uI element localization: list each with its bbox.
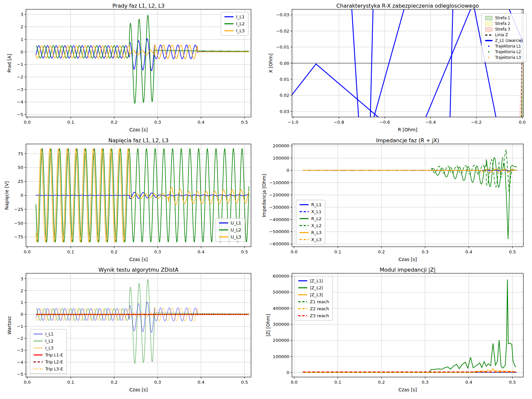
svg-text:0.1: 0.1 xyxy=(334,249,341,254)
legend-item: R_L2 xyxy=(300,216,322,221)
legend-item: I_L2 xyxy=(224,21,245,26)
line-swatch xyxy=(224,30,233,31)
svg-text:2: 2 xyxy=(21,288,23,293)
svg-text:0.0: 0.0 xyxy=(24,380,31,385)
line-swatch xyxy=(34,368,43,369)
svg-text:−3: −3 xyxy=(17,87,23,92)
svg-text:25: 25 xyxy=(18,179,23,184)
legend-label: U_L3 xyxy=(231,234,241,239)
legend-label: I_L1 xyxy=(45,332,54,336)
plot-title-charakterystyka: Charakterystyka R-X zabezpieczenia odleg… xyxy=(292,3,523,9)
legend-label: Strefa 2 xyxy=(495,21,510,26)
line-swatch xyxy=(300,218,309,219)
line-swatch xyxy=(298,280,307,281)
svg-text:0.1: 0.1 xyxy=(67,380,74,385)
svg-text:0.2: 0.2 xyxy=(378,249,385,254)
legend-wynik-testu: I_L1I_L2I_L3Trip L1-ETrip L2-ETrip L3-E xyxy=(30,329,67,374)
svg-text:−4: −4 xyxy=(17,360,23,365)
y-axis-label: Impedancja [Ohm] xyxy=(261,174,267,217)
legend-item: R_L1 xyxy=(300,202,322,207)
svg-text:−0.8: −0.8 xyxy=(333,120,344,125)
svg-text:−5: −5 xyxy=(17,112,23,117)
line-swatch xyxy=(298,301,307,302)
svg-text:100000: 100000 xyxy=(273,156,289,161)
legend-label: I_L2 xyxy=(236,21,245,26)
zone-swatch xyxy=(485,22,492,26)
legend-label: X_L2 xyxy=(311,223,322,228)
marker-dot-icon xyxy=(485,46,492,47)
svg-text:−600000: −600000 xyxy=(269,241,289,246)
svg-text:0.0: 0.0 xyxy=(519,120,526,125)
svg-text:0.2: 0.2 xyxy=(111,249,118,254)
svg-text:0.1: 0.1 xyxy=(334,380,341,385)
legend-item: |Z_L1| xyxy=(298,278,329,283)
svg-text:−200000: −200000 xyxy=(269,193,289,198)
svg-text:600000: 600000 xyxy=(273,274,289,279)
line-swatch xyxy=(219,229,228,230)
legend-label: X_L3 xyxy=(311,237,322,242)
legend-label: Strefa 3 xyxy=(495,27,510,32)
svg-text:0.4: 0.4 xyxy=(198,380,204,385)
legend-label: Trajektoria L3 xyxy=(495,55,521,60)
legend-label: I_L3 xyxy=(236,28,245,33)
line-swatch xyxy=(34,354,43,356)
legend-item: I_L3 xyxy=(34,345,63,350)
zone-swatch xyxy=(485,27,492,32)
svg-text:50: 50 xyxy=(18,165,23,170)
svg-text:0.1: 0.1 xyxy=(67,249,74,254)
svg-text:0.3: 0.3 xyxy=(422,380,429,385)
legend-item: |Z_L2| xyxy=(298,285,329,290)
x-axis-label: Czas [s] xyxy=(292,387,523,392)
svg-text:−5: −5 xyxy=(17,372,23,377)
svg-text:200000: 200000 xyxy=(273,338,289,343)
svg-text:−0.03: −0.03 xyxy=(276,12,289,17)
legend-item: Trip L1-E xyxy=(34,352,63,357)
svg-text:500000: 500000 xyxy=(273,290,289,295)
line-swatch xyxy=(298,294,307,295)
legend-item: Trajektoria L3 xyxy=(485,55,523,60)
legend-item: I_L3 xyxy=(224,28,245,33)
svg-text:1: 1 xyxy=(21,300,23,305)
svg-text:0.3: 0.3 xyxy=(154,249,161,254)
legend-label: Trip L3-E xyxy=(45,366,63,371)
legend-prady: I_L1I_L2I_L3 xyxy=(221,12,248,36)
legend-label: Trajektoria L1 xyxy=(495,44,521,49)
svg-text:0.0: 0.0 xyxy=(291,380,298,385)
legend-label: U_L1 xyxy=(231,220,241,225)
svg-text:0.0: 0.0 xyxy=(24,249,31,254)
svg-text:−50: −50 xyxy=(14,221,23,226)
legend-item: Trip L3-E xyxy=(34,366,63,371)
legend-item: Z1 reach xyxy=(298,299,329,304)
legend-item: U_L3 xyxy=(219,234,241,239)
svg-text:300000: 300000 xyxy=(273,322,289,327)
x-axis-label: Czas [s] xyxy=(26,127,251,132)
svg-text:−0.2: −0.2 xyxy=(471,120,482,125)
svg-text:0.0: 0.0 xyxy=(291,249,298,254)
svg-text:0.2: 0.2 xyxy=(111,380,118,385)
legend-item: I_L1 xyxy=(224,14,245,19)
line-swatch xyxy=(300,225,309,226)
legend-item: R_L3 xyxy=(300,230,322,235)
y-axis-label: |Z| [Ohm] xyxy=(265,314,271,336)
legend-item: Strefa 2 xyxy=(485,21,523,26)
line-swatch xyxy=(485,35,492,36)
y-axis-label: Wartosc xyxy=(7,316,12,334)
svg-text:0.5: 0.5 xyxy=(241,380,248,385)
legend-label: |Z_L1| xyxy=(310,278,323,283)
line-swatch xyxy=(298,315,307,316)
plot-title-wynik-testu: Wynik testu algorytmu ZDistA xyxy=(26,267,251,273)
legend-label: Trip L1-E xyxy=(45,352,63,357)
legend-napiecia: U_L1U_L2U_L3 xyxy=(215,218,245,242)
y-axis-label: X [Ohm] xyxy=(268,54,273,73)
line-swatch xyxy=(34,361,43,362)
legend-label: Linia Z xyxy=(495,33,508,37)
svg-text:−400000: −400000 xyxy=(269,217,289,222)
legend-item: U_L2 xyxy=(219,227,241,232)
svg-text:−0.6: −0.6 xyxy=(379,120,390,125)
svg-text:−300000: −300000 xyxy=(269,205,289,210)
svg-text:0.5: 0.5 xyxy=(241,249,248,254)
svg-text:−4: −4 xyxy=(17,99,23,104)
legend-item: Z3 reach xyxy=(298,313,329,318)
svg-text:−100000: −100000 xyxy=(269,180,289,185)
line-swatch xyxy=(300,204,309,205)
